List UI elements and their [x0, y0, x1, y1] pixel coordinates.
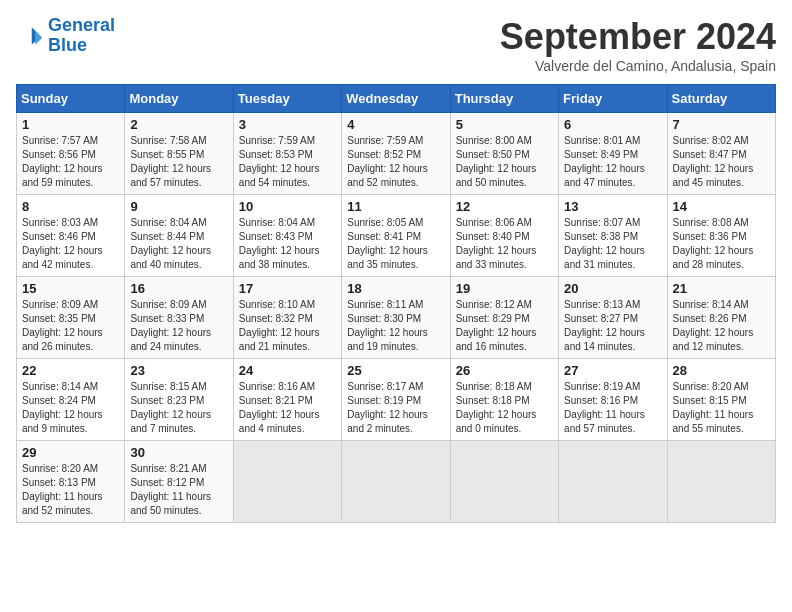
logo: General Blue	[16, 16, 115, 56]
day-number: 3	[239, 117, 336, 132]
calendar-cell	[450, 441, 558, 523]
calendar-cell: 18 Sunrise: 8:11 AM Sunset: 8:30 PM Dayl…	[342, 277, 450, 359]
calendar-cell	[559, 441, 667, 523]
day-number: 29	[22, 445, 119, 460]
column-header-tuesday: Tuesday	[233, 85, 341, 113]
day-number: 1	[22, 117, 119, 132]
column-header-friday: Friday	[559, 85, 667, 113]
calendar-cell	[233, 441, 341, 523]
day-number: 7	[673, 117, 770, 132]
day-info: Sunrise: 8:17 AM Sunset: 8:19 PM Dayligh…	[347, 380, 444, 436]
day-info: Sunrise: 8:18 AM Sunset: 8:18 PM Dayligh…	[456, 380, 553, 436]
calendar-cell: 12 Sunrise: 8:06 AM Sunset: 8:40 PM Dayl…	[450, 195, 558, 277]
day-number: 19	[456, 281, 553, 296]
day-info: Sunrise: 8:01 AM Sunset: 8:49 PM Dayligh…	[564, 134, 661, 190]
day-info: Sunrise: 8:02 AM Sunset: 8:47 PM Dayligh…	[673, 134, 770, 190]
day-number: 14	[673, 199, 770, 214]
day-info: Sunrise: 8:04 AM Sunset: 8:43 PM Dayligh…	[239, 216, 336, 272]
day-info: Sunrise: 8:20 AM Sunset: 8:13 PM Dayligh…	[22, 462, 119, 518]
day-info: Sunrise: 8:20 AM Sunset: 8:15 PM Dayligh…	[673, 380, 770, 436]
calendar-cell: 17 Sunrise: 8:10 AM Sunset: 8:32 PM Dayl…	[233, 277, 341, 359]
day-info: Sunrise: 8:07 AM Sunset: 8:38 PM Dayligh…	[564, 216, 661, 272]
page-header: General Blue September 2024 Valverde del…	[16, 16, 776, 74]
day-info: Sunrise: 8:14 AM Sunset: 8:26 PM Dayligh…	[673, 298, 770, 354]
day-info: Sunrise: 7:57 AM Sunset: 8:56 PM Dayligh…	[22, 134, 119, 190]
day-number: 30	[130, 445, 227, 460]
calendar-cell: 19 Sunrise: 8:12 AM Sunset: 8:29 PM Dayl…	[450, 277, 558, 359]
calendar-title: September 2024	[500, 16, 776, 58]
day-number: 12	[456, 199, 553, 214]
calendar-cell: 9 Sunrise: 8:04 AM Sunset: 8:44 PM Dayli…	[125, 195, 233, 277]
day-number: 28	[673, 363, 770, 378]
day-number: 27	[564, 363, 661, 378]
day-info: Sunrise: 8:15 AM Sunset: 8:23 PM Dayligh…	[130, 380, 227, 436]
day-info: Sunrise: 8:10 AM Sunset: 8:32 PM Dayligh…	[239, 298, 336, 354]
calendar-cell: 16 Sunrise: 8:09 AM Sunset: 8:33 PM Dayl…	[125, 277, 233, 359]
day-number: 17	[239, 281, 336, 296]
calendar-cell: 30 Sunrise: 8:21 AM Sunset: 8:12 PM Dayl…	[125, 441, 233, 523]
calendar-cell: 7 Sunrise: 8:02 AM Sunset: 8:47 PM Dayli…	[667, 113, 775, 195]
day-number: 2	[130, 117, 227, 132]
day-number: 23	[130, 363, 227, 378]
day-info: Sunrise: 8:00 AM Sunset: 8:50 PM Dayligh…	[456, 134, 553, 190]
day-number: 24	[239, 363, 336, 378]
day-number: 26	[456, 363, 553, 378]
day-number: 18	[347, 281, 444, 296]
calendar-cell: 29 Sunrise: 8:20 AM Sunset: 8:13 PM Dayl…	[17, 441, 125, 523]
calendar-cell: 23 Sunrise: 8:15 AM Sunset: 8:23 PM Dayl…	[125, 359, 233, 441]
calendar-cell: 6 Sunrise: 8:01 AM Sunset: 8:49 PM Dayli…	[559, 113, 667, 195]
day-info: Sunrise: 8:03 AM Sunset: 8:46 PM Dayligh…	[22, 216, 119, 272]
calendar-cell: 13 Sunrise: 8:07 AM Sunset: 8:38 PM Dayl…	[559, 195, 667, 277]
calendar-row: 15 Sunrise: 8:09 AM Sunset: 8:35 PM Dayl…	[17, 277, 776, 359]
calendar-cell: 27 Sunrise: 8:19 AM Sunset: 8:16 PM Dayl…	[559, 359, 667, 441]
column-header-sunday: Sunday	[17, 85, 125, 113]
day-number: 5	[456, 117, 553, 132]
day-number: 25	[347, 363, 444, 378]
day-info: Sunrise: 8:19 AM Sunset: 8:16 PM Dayligh…	[564, 380, 661, 436]
day-number: 6	[564, 117, 661, 132]
day-info: Sunrise: 7:58 AM Sunset: 8:55 PM Dayligh…	[130, 134, 227, 190]
calendar-cell: 14 Sunrise: 8:08 AM Sunset: 8:36 PM Dayl…	[667, 195, 775, 277]
day-number: 4	[347, 117, 444, 132]
calendar-row: 8 Sunrise: 8:03 AM Sunset: 8:46 PM Dayli…	[17, 195, 776, 277]
logo-icon	[16, 22, 44, 50]
day-number: 21	[673, 281, 770, 296]
column-header-thursday: Thursday	[450, 85, 558, 113]
calendar-cell: 20 Sunrise: 8:13 AM Sunset: 8:27 PM Dayl…	[559, 277, 667, 359]
day-number: 8	[22, 199, 119, 214]
calendar-cell: 21 Sunrise: 8:14 AM Sunset: 8:26 PM Dayl…	[667, 277, 775, 359]
day-info: Sunrise: 7:59 AM Sunset: 8:52 PM Dayligh…	[347, 134, 444, 190]
calendar-table: SundayMondayTuesdayWednesdayThursdayFrid…	[16, 84, 776, 523]
calendar-cell: 24 Sunrise: 8:16 AM Sunset: 8:21 PM Dayl…	[233, 359, 341, 441]
calendar-cell: 8 Sunrise: 8:03 AM Sunset: 8:46 PM Dayli…	[17, 195, 125, 277]
day-info: Sunrise: 8:12 AM Sunset: 8:29 PM Dayligh…	[456, 298, 553, 354]
column-header-monday: Monday	[125, 85, 233, 113]
calendar-row: 22 Sunrise: 8:14 AM Sunset: 8:24 PM Dayl…	[17, 359, 776, 441]
column-header-wednesday: Wednesday	[342, 85, 450, 113]
calendar-cell: 25 Sunrise: 8:17 AM Sunset: 8:19 PM Dayl…	[342, 359, 450, 441]
calendar-cell: 3 Sunrise: 7:59 AM Sunset: 8:53 PM Dayli…	[233, 113, 341, 195]
header-row: SundayMondayTuesdayWednesdayThursdayFrid…	[17, 85, 776, 113]
day-number: 20	[564, 281, 661, 296]
day-info: Sunrise: 8:09 AM Sunset: 8:33 PM Dayligh…	[130, 298, 227, 354]
day-info: Sunrise: 7:59 AM Sunset: 8:53 PM Dayligh…	[239, 134, 336, 190]
day-info: Sunrise: 8:04 AM Sunset: 8:44 PM Dayligh…	[130, 216, 227, 272]
day-info: Sunrise: 8:06 AM Sunset: 8:40 PM Dayligh…	[456, 216, 553, 272]
day-number: 10	[239, 199, 336, 214]
day-info: Sunrise: 8:11 AM Sunset: 8:30 PM Dayligh…	[347, 298, 444, 354]
calendar-cell: 11 Sunrise: 8:05 AM Sunset: 8:41 PM Dayl…	[342, 195, 450, 277]
day-number: 16	[130, 281, 227, 296]
calendar-cell: 28 Sunrise: 8:20 AM Sunset: 8:15 PM Dayl…	[667, 359, 775, 441]
calendar-cell	[342, 441, 450, 523]
calendar-cell: 5 Sunrise: 8:00 AM Sunset: 8:50 PM Dayli…	[450, 113, 558, 195]
calendar-cell: 15 Sunrise: 8:09 AM Sunset: 8:35 PM Dayl…	[17, 277, 125, 359]
day-number: 13	[564, 199, 661, 214]
logo-line1: General	[48, 15, 115, 35]
day-info: Sunrise: 8:05 AM Sunset: 8:41 PM Dayligh…	[347, 216, 444, 272]
calendar-cell: 26 Sunrise: 8:18 AM Sunset: 8:18 PM Dayl…	[450, 359, 558, 441]
title-section: September 2024 Valverde del Camino, Anda…	[500, 16, 776, 74]
day-number: 11	[347, 199, 444, 214]
day-info: Sunrise: 8:09 AM Sunset: 8:35 PM Dayligh…	[22, 298, 119, 354]
calendar-cell: 10 Sunrise: 8:04 AM Sunset: 8:43 PM Dayl…	[233, 195, 341, 277]
logo-text: General Blue	[48, 16, 115, 56]
